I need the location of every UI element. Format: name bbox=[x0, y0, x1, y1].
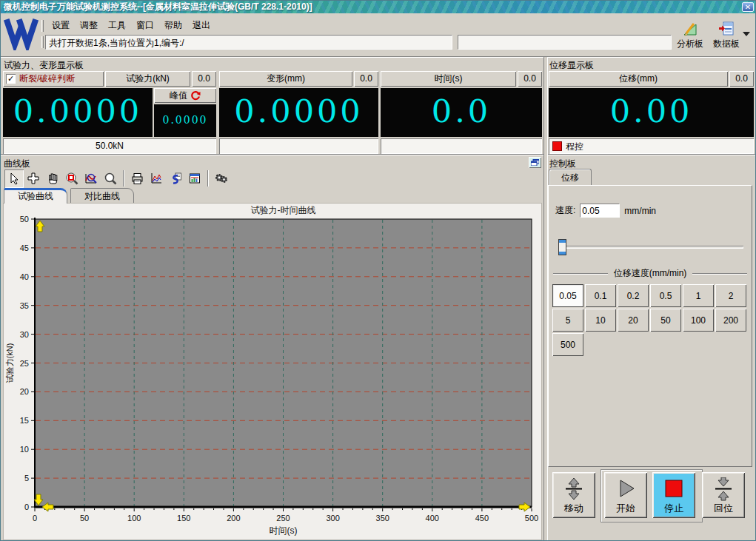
copy-curve-icon[interactable] bbox=[166, 169, 185, 188]
divider bbox=[1, 154, 543, 155]
home-button[interactable]: 回位 bbox=[702, 472, 745, 518]
deform-header-button[interactable]: 变形(mm) bbox=[219, 71, 352, 87]
move-button[interactable]: 移动 bbox=[552, 472, 595, 518]
time-value-display: 0.0 bbox=[381, 88, 542, 137]
time-header-button[interactable]: 时间(s) bbox=[381, 71, 516, 87]
force-range-label: 50.0kN bbox=[3, 138, 216, 154]
speed-preset-button[interactable]: 0.1 bbox=[585, 284, 616, 307]
speed-preset-button[interactable]: 5 bbox=[552, 309, 583, 332]
toolbar-dropdown-arrow-icon[interactable] bbox=[743, 32, 750, 36]
svg-text:50: 50 bbox=[80, 514, 89, 522]
svg-text:200: 200 bbox=[227, 514, 240, 522]
svg-text:350: 350 bbox=[376, 514, 389, 522]
cursor-select-icon[interactable] bbox=[4, 169, 24, 188]
speed-preset-button[interactable]: 100 bbox=[683, 309, 714, 332]
speed-preset-button[interactable]: 500 bbox=[552, 333, 583, 356]
speed-preset-button[interactable]: 0.05 bbox=[552, 284, 583, 307]
displacement-rate-value: 0.0 bbox=[729, 71, 754, 87]
speed-input[interactable] bbox=[580, 204, 620, 218]
force-value-display: 0.0000 bbox=[3, 88, 153, 137]
tab-displacement[interactable]: 位移 bbox=[549, 169, 592, 186]
restore-window-icon bbox=[531, 159, 539, 166]
slider-track[interactable] bbox=[558, 246, 743, 249]
start-label: 开始 bbox=[616, 502, 635, 515]
divider bbox=[548, 154, 756, 155]
svg-text:15: 15 bbox=[20, 416, 29, 425]
tab-test-curve[interactable]: 试验曲线 bbox=[4, 188, 67, 204]
deform-rate-value: 0.0 bbox=[354, 71, 378, 87]
force-time-chart: 0501001502002503003504004505000510152025… bbox=[4, 204, 541, 540]
slider-thumb[interactable] bbox=[558, 239, 566, 255]
menu-item-exit[interactable]: 退出 bbox=[187, 19, 215, 33]
chart-area[interactable]: 0501001502002503003504004505000510152025… bbox=[3, 203, 542, 540]
analysis-icon bbox=[682, 21, 698, 37]
stop-label: 停止 bbox=[664, 502, 683, 515]
svg-text:150: 150 bbox=[177, 514, 190, 522]
displacement-panel-title: 位移显示板 bbox=[549, 59, 594, 72]
speed-preset-button[interactable]: 0.2 bbox=[618, 284, 649, 307]
speed-label: 速度: bbox=[555, 204, 575, 217]
divider bbox=[553, 273, 608, 275]
move-cross-icon[interactable] bbox=[24, 169, 43, 188]
speed-preset-button[interactable]: 20 bbox=[618, 309, 649, 332]
gears-icon[interactable] bbox=[212, 169, 231, 188]
speed-group-header: 位移速度(mm/min) bbox=[553, 267, 747, 280]
tab-compare-curve[interactable]: 对比曲线 bbox=[70, 188, 134, 204]
data-board-icon bbox=[718, 21, 735, 37]
svg-text:35: 35 bbox=[20, 301, 29, 310]
panel-restore-button[interactable] bbox=[529, 157, 541, 168]
menu-item-window[interactable]: 窗口 bbox=[131, 19, 159, 33]
data-panel-button[interactable]: 数据板 bbox=[708, 21, 745, 50]
analysis-label: 分析板 bbox=[672, 38, 709, 50]
speed-preset-button[interactable]: 50 bbox=[650, 309, 681, 332]
svg-text:50: 50 bbox=[20, 215, 29, 224]
analysis-panel-button[interactable]: 分析板 bbox=[672, 21, 709, 50]
peak-reset-icon[interactable] bbox=[190, 90, 201, 101]
menu-item-tools[interactable]: 工具 bbox=[103, 19, 131, 33]
program-control-label: 程控 bbox=[566, 139, 583, 154]
time-rate-value: 0.0 bbox=[518, 71, 542, 87]
force-header-button[interactable]: 试验力(kN) bbox=[105, 71, 190, 87]
time-bottom-bar bbox=[381, 138, 542, 154]
svg-text:试验力-时间曲线: 试验力-时间曲线 bbox=[251, 205, 316, 215]
data-window-icon[interactable] bbox=[185, 169, 204, 188]
speed-preset-button[interactable]: 1 bbox=[683, 284, 714, 307]
speed-row: 速度: mm/min bbox=[555, 204, 656, 218]
force-display-unit: ✓ 断裂/破碎判断 试验力(kN) 0.0 0.0000 峰值 0.0000 5… bbox=[3, 71, 216, 154]
svg-text:30: 30 bbox=[20, 330, 29, 339]
menu-item-settings[interactable]: 设置 bbox=[47, 19, 75, 33]
break-judge-checkbox[interactable]: ✓ 断裂/破碎判断 bbox=[3, 71, 104, 87]
curve-settings-icon[interactable] bbox=[147, 169, 166, 188]
speed-unit-label: mm/min bbox=[624, 206, 656, 216]
displacement-header-button[interactable]: 位移(mm) bbox=[549, 71, 728, 87]
menu-grip bbox=[41, 20, 44, 32]
speed-preset-button[interactable]: 0.5 bbox=[650, 284, 681, 307]
peak-label: 峰值 bbox=[170, 90, 187, 102]
close-button[interactable]: ✕ bbox=[742, 2, 754, 12]
divider bbox=[692, 273, 747, 275]
print-icon[interactable] bbox=[127, 169, 147, 188]
svg-text:500: 500 bbox=[525, 514, 538, 522]
menu-item-help[interactable]: 帮助 bbox=[159, 19, 187, 33]
status-box-secondary bbox=[458, 35, 672, 50]
stop-button[interactable]: 停止 bbox=[652, 472, 695, 518]
force-panel-title: 试验力、变形显示板 bbox=[4, 59, 84, 72]
menu-item-adjust[interactable]: 调整 bbox=[75, 19, 103, 33]
speed-preset-button[interactable]: 10 bbox=[585, 309, 616, 332]
speed-preset-button[interactable]: 200 bbox=[715, 309, 746, 332]
break-judge-label: 断裂/破碎判断 bbox=[19, 73, 75, 85]
time-display-unit: 时间(s) 0.0 0.0 bbox=[381, 71, 542, 154]
svg-text:5: 5 bbox=[24, 474, 29, 483]
speed-group-label: 位移速度(mm/min) bbox=[614, 267, 687, 280]
zoom-curve-icon[interactable] bbox=[81, 169, 101, 188]
zoom-box-icon[interactable] bbox=[62, 169, 81, 188]
svg-text:0: 0 bbox=[24, 503, 29, 511]
start-button[interactable]: 开始 bbox=[604, 472, 647, 518]
speed-preset-button[interactable]: 2 bbox=[715, 284, 746, 307]
svg-text:400: 400 bbox=[426, 514, 439, 522]
title-bar: 微机控制电子万能试验机测控系统--[金属材料室温拉伸试验(GB/T 228.1-… bbox=[1, 1, 756, 13]
pan-hand-icon[interactable] bbox=[43, 169, 62, 188]
speed-slider[interactable] bbox=[558, 239, 743, 255]
home-label: 回位 bbox=[714, 502, 733, 515]
magnifier-icon[interactable] bbox=[101, 169, 120, 188]
